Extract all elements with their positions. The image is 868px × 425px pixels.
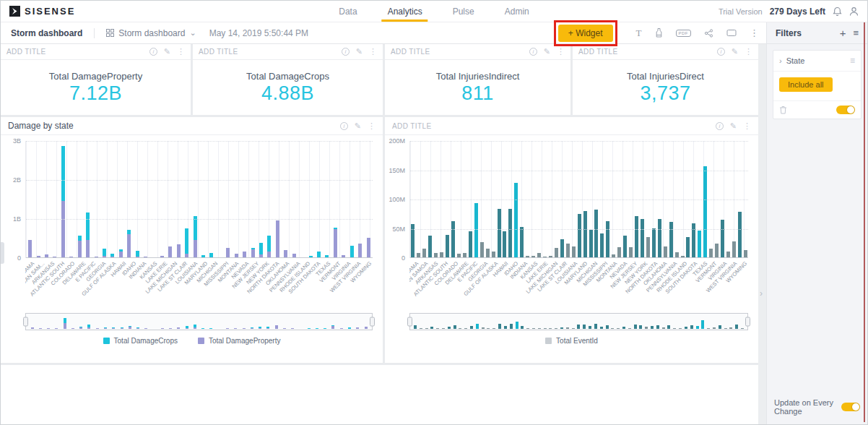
tab-data[interactable]: Data xyxy=(339,1,357,22)
bar[interactable] xyxy=(92,141,100,257)
bar[interactable] xyxy=(26,141,34,257)
pdf-export-icon[interactable]: PDF xyxy=(676,30,692,37)
edit-icon[interactable]: ✎ xyxy=(544,47,550,56)
bar[interactable] xyxy=(224,141,232,257)
info-icon[interactable]: i xyxy=(149,48,157,56)
info-icon[interactable]: i xyxy=(340,122,348,130)
bar[interactable] xyxy=(117,141,125,257)
sisense-logo[interactable]: SISENSE xyxy=(9,6,75,17)
tv-mode-icon[interactable] xyxy=(726,29,737,38)
bar[interactable] xyxy=(248,141,256,257)
bar[interactable] xyxy=(34,141,42,257)
bell-icon[interactable] xyxy=(833,7,842,17)
bar[interactable] xyxy=(290,141,298,257)
dashboard-selector[interactable]: Storm dashboard ⌄ xyxy=(106,28,196,38)
info-icon[interactable]: i xyxy=(716,122,724,130)
menu-dots-icon[interactable]: ⋮ xyxy=(177,47,185,56)
bar[interactable] xyxy=(282,141,290,257)
edit-icon[interactable]: ✎ xyxy=(164,47,170,56)
bar[interactable] xyxy=(306,141,314,257)
bar[interactable] xyxy=(323,141,331,257)
legend-item-eventid[interactable]: Total EventId xyxy=(545,337,598,345)
chart-navigator[interactable] xyxy=(25,313,373,330)
bar[interactable] xyxy=(274,141,282,257)
filter-name[interactable]: State xyxy=(786,56,805,65)
bar[interactable] xyxy=(199,141,207,257)
bar[interactable] xyxy=(108,141,116,257)
widget-title[interactable]: ADD TITLE xyxy=(6,48,46,56)
bar[interactable] xyxy=(339,141,347,257)
bar[interactable] xyxy=(265,141,273,257)
bar[interactable] xyxy=(76,141,84,257)
menu-dots-icon[interactable]: ⋮ xyxy=(368,121,376,131)
menu-dots-icon[interactable]: ⋮ xyxy=(743,121,751,131)
edit-icon[interactable]: ✎ xyxy=(355,121,361,131)
info-icon[interactable]: i xyxy=(342,48,350,56)
menu-dots-icon[interactable]: ⋮ xyxy=(745,47,752,56)
bar[interactable] xyxy=(216,141,224,257)
trash-icon[interactable] xyxy=(779,106,787,114)
add-filter-icon[interactable]: + xyxy=(840,27,846,39)
left-edge-handle[interactable] xyxy=(1,242,4,264)
filter-toggle[interactable] xyxy=(836,106,855,114)
edit-icon[interactable]: ✎ xyxy=(356,47,363,56)
navigator-handle-right[interactable] xyxy=(370,317,375,327)
bar[interactable] xyxy=(240,141,248,257)
bar[interactable] xyxy=(364,141,372,257)
bar[interactable] xyxy=(207,141,215,257)
legend-item-damageproperty[interactable]: Total DamageProperty xyxy=(198,337,281,345)
tab-admin[interactable]: Admin xyxy=(505,1,529,22)
bar[interactable] xyxy=(59,141,67,257)
bar[interactable] xyxy=(183,141,191,257)
menu-dots-icon[interactable]: ⋮ xyxy=(369,47,377,56)
widget-title[interactable]: Damage by state xyxy=(8,121,74,131)
edit-icon[interactable]: ✎ xyxy=(730,121,737,131)
update-on-change-toggle[interactable] xyxy=(841,403,860,411)
text-widget-icon[interactable]: T xyxy=(636,27,642,39)
tab-pulse[interactable]: Pulse xyxy=(453,1,474,22)
chart-navigator[interactable] xyxy=(409,313,748,330)
bar[interactable] xyxy=(51,141,58,257)
bar[interactable] xyxy=(298,141,306,257)
include-all-chip[interactable]: Include all xyxy=(779,77,833,92)
info-icon[interactable]: i xyxy=(529,48,537,56)
edit-icon[interactable]: ✎ xyxy=(732,47,738,56)
bar[interactable] xyxy=(125,141,133,257)
widget-title[interactable]: ADD TITLE xyxy=(199,48,238,56)
more-options-icon[interactable]: ⋮ xyxy=(750,27,759,38)
navigator-handle-left[interactable] xyxy=(23,317,28,327)
bar[interactable] xyxy=(347,141,355,257)
info-icon[interactable]: i xyxy=(717,48,725,56)
bar[interactable] xyxy=(84,141,92,257)
share-icon[interactable] xyxy=(704,29,713,38)
bar[interactable] xyxy=(233,141,240,257)
expand-chevron-icon[interactable]: › xyxy=(779,56,782,65)
widget-title[interactable]: ADD TITLE xyxy=(578,48,618,56)
bar[interactable] xyxy=(257,141,265,257)
bar[interactable] xyxy=(149,141,157,257)
navigator-handle-right[interactable] xyxy=(745,317,750,327)
add-widget-button[interactable]: + Widget xyxy=(558,25,613,42)
design-theme-icon[interactable] xyxy=(655,28,663,38)
bar[interactable] xyxy=(142,141,149,257)
widget-title[interactable]: ADD TITLE xyxy=(391,48,430,56)
bar[interactable] xyxy=(191,141,199,257)
user-icon[interactable] xyxy=(849,7,859,17)
navigator-handle-left[interactable] xyxy=(407,317,412,327)
bar[interactable] xyxy=(331,141,339,257)
tab-analytics[interactable]: Analytics xyxy=(388,1,422,22)
collapse-filters-handle[interactable]: › xyxy=(760,288,763,299)
bar[interactable] xyxy=(67,141,75,257)
menu-dots-icon[interactable]: ⋮ xyxy=(557,47,565,56)
bar[interactable] xyxy=(100,141,108,257)
widget-title[interactable]: ADD TITLE xyxy=(392,122,432,130)
bar[interactable] xyxy=(158,141,166,257)
legend-item-damagecrops[interactable]: Total DamageCrops xyxy=(103,337,178,345)
bar[interactable] xyxy=(133,141,141,257)
filters-menu-icon[interactable]: ≡ xyxy=(853,27,859,38)
bar[interactable] xyxy=(175,141,183,257)
bar[interactable] xyxy=(43,141,51,257)
bar[interactable] xyxy=(315,141,323,257)
bar[interactable] xyxy=(356,141,364,257)
bar[interactable] xyxy=(166,141,174,257)
